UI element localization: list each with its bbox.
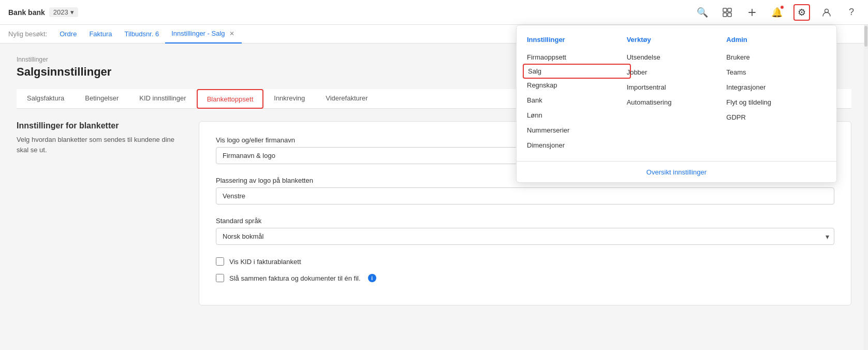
- oversikt-innstillinger-link[interactable]: Oversikt innstillinger: [646, 168, 707, 176]
- dropdown-col-verktoy-header: Verktøy: [627, 36, 727, 43]
- tab-close-button[interactable]: ✕: [228, 31, 236, 37]
- sub-tab-blankettoppsett[interactable]: Blankettoppsett: [197, 89, 264, 109]
- menu-flyt-tildeling[interactable]: Flyt og tildeling: [726, 95, 826, 110]
- dropdown-col-admin: Admin Brukere Teams Integrasjoner Flyt o…: [726, 36, 826, 153]
- dropdown-footer: Oversikt innstillinger: [517, 161, 836, 182]
- field-standard-sprak-label: Standard språk: [216, 217, 834, 225]
- left-panel: Innstillinger for blanketter Velg hvorda…: [17, 121, 182, 305]
- dropdown-col-innstillinger-header: Innstillinger: [527, 36, 627, 43]
- dropdown-col-admin-header: Admin: [726, 36, 826, 43]
- tab-innstillinger-salg[interactable]: Innstillinger - Salg ✕: [165, 25, 241, 43]
- dropdown-col-verktoy: Verktøy Utsendelse Jobber Importsentral …: [627, 36, 727, 153]
- notification-dot: [780, 5, 784, 9]
- sub-tab-innkreving[interactable]: Innkreving: [263, 89, 315, 108]
- settings-button[interactable]: ⚙: [793, 4, 810, 21]
- menu-salg[interactable]: Salg: [523, 64, 631, 79]
- dropdown-col-innstillinger: Innstillinger Firmaoppsett Salg Regnskap…: [527, 36, 627, 153]
- svg-rect-1: [728, 8, 731, 12]
- dropdown-columns: Innstillinger Firmaoppsett Salg Regnskap…: [517, 36, 836, 161]
- menu-gdpr[interactable]: GDPR: [726, 110, 826, 125]
- scrollbar-track[interactable]: [864, 25, 868, 350]
- add-button[interactable]: [744, 4, 760, 21]
- topbar-left: Bank bank 2023 ▾: [8, 7, 78, 17]
- menu-teams[interactable]: Teams: [726, 65, 826, 80]
- section-desc: Velg hvordan blanketter som sendes til k…: [17, 135, 182, 155]
- menu-integrasjoner[interactable]: Integrasjoner: [726, 80, 826, 95]
- settings-dropdown: Innstillinger Firmaoppsett Salg Regnskap…: [516, 25, 837, 183]
- menu-brukere[interactable]: Brukere: [726, 50, 826, 65]
- vis-kid-label: Vis KID i fakturablankett: [229, 258, 301, 266]
- topbar: Bank bank 2023 ▾ 🔍 🔔 ⚙ ?: [0, 0, 868, 25]
- menu-automatisering[interactable]: Automatisering: [627, 95, 727, 110]
- field-standard-sprak-wrap: Norsk bokmål ▾: [216, 228, 834, 245]
- menu-dimensjoner[interactable]: Dimensjoner: [527, 138, 627, 153]
- section-title: Innstillinger for blanketter: [17, 121, 182, 130]
- info-icon[interactable]: i: [368, 274, 376, 282]
- checkbox-sla-sammen: Slå sammen faktura og dokumenter til én …: [216, 274, 834, 282]
- field-plassering-logo-value: Venstre: [216, 187, 834, 205]
- recently-label: Nylig besøkt:: [8, 30, 47, 38]
- field-standard-sprak: Standard språk Norsk bokmål ▾: [216, 217, 834, 245]
- menu-regnskap[interactable]: Regnskap: [527, 78, 627, 93]
- help-button[interactable]: ?: [843, 4, 860, 21]
- menu-bank[interactable]: Bank: [527, 93, 627, 108]
- user-button[interactable]: [818, 4, 835, 21]
- topbar-right: 🔍 🔔 ⚙ ?: [694, 4, 860, 21]
- tab-active-label: Innstillinger - Salg: [171, 30, 225, 37]
- checkbox-vis-kid: Vis KID i fakturablankett: [216, 257, 834, 266]
- tab-ordre[interactable]: Ordre: [53, 25, 83, 43]
- vis-kid-checkbox[interactable]: [216, 257, 224, 266]
- menu-nummerserier[interactable]: Nummerserier: [527, 123, 627, 138]
- sub-tab-kid[interactable]: KID innstillinger: [129, 89, 196, 108]
- svg-rect-0: [723, 8, 727, 12]
- search-button[interactable]: 🔍: [694, 4, 711, 21]
- menu-importsentral[interactable]: Importsentral: [627, 80, 727, 95]
- tab-faktura[interactable]: Faktura: [83, 25, 118, 43]
- menu-utsendelse[interactable]: Utsendelse: [627, 50, 727, 65]
- sla-sammen-label: Slå sammen faktura og dokumenter til én …: [229, 274, 361, 282]
- sub-tab-viderefakturer[interactable]: Viderefakturer: [315, 89, 378, 108]
- tab-tilbud[interactable]: Tilbudsnr. 6: [118, 25, 165, 43]
- menu-firmaoppsett[interactable]: Firmaoppsett: [527, 50, 627, 65]
- menu-lonn[interactable]: Lønn: [527, 108, 627, 123]
- notifications-wrap: 🔔: [769, 4, 785, 21]
- sla-sammen-checkbox[interactable]: [216, 274, 224, 282]
- sub-tab-betingelser[interactable]: Betingelser: [75, 89, 129, 108]
- standard-sprak-select[interactable]: Norsk bokmål: [216, 228, 834, 245]
- svg-rect-3: [728, 13, 731, 17]
- year-selector[interactable]: 2023 ▾: [49, 7, 78, 17]
- svg-rect-2: [723, 13, 727, 17]
- scrollbar-thumb[interactable]: [864, 26, 867, 47]
- grid-button[interactable]: [719, 4, 735, 21]
- company-name: Bank bank: [8, 8, 45, 17]
- sub-tab-salgsfaktura[interactable]: Salgsfaktura: [17, 89, 75, 108]
- menu-jobber[interactable]: Jobber: [627, 65, 727, 80]
